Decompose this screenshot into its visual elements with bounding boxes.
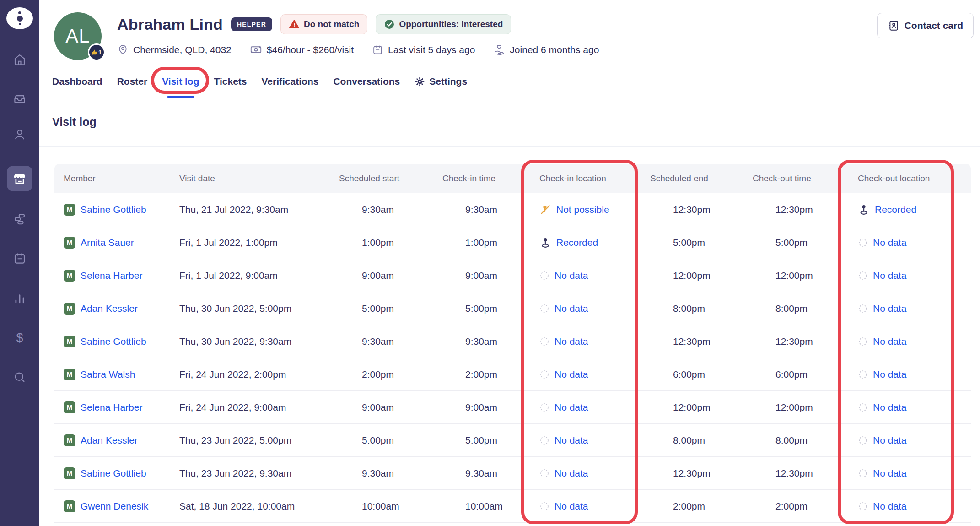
tab-roster[interactable]: Roster — [117, 66, 148, 97]
col-header-check-out-location: Check-out location — [849, 174, 971, 184]
sidebar-item-people[interactable] — [7, 122, 32, 147]
member-link[interactable]: Sabra Walsh — [81, 369, 135, 380]
tab-conversations[interactable]: Conversations — [333, 66, 400, 97]
check-out-location-link[interactable]: No data — [873, 369, 907, 380]
contact-card-button[interactable]: Contact card — [877, 13, 974, 38]
member-link[interactable]: Selena Harber — [81, 270, 142, 281]
check-out-location-link[interactable]: No data — [873, 270, 907, 281]
member-cell: M Selena Harber — [54, 270, 170, 282]
check-in-location-link[interactable]: No data — [555, 468, 588, 479]
check-in-location-link[interactable]: No data — [555, 303, 588, 314]
tab-label: Settings — [429, 76, 467, 87]
table-header-row: Member Visit date Scheduled start Check-… — [54, 164, 971, 193]
check-out-time-cell: 12:30pm — [743, 204, 849, 215]
table-row: M Selena Harber Fri, 1 Jul 2022, 9:00am … — [54, 259, 971, 292]
member-cell: M Sabra Walsh — [54, 369, 170, 380]
check-in-location-link[interactable]: No data — [555, 369, 588, 380]
check-out-location-link[interactable]: No data — [873, 336, 907, 347]
storefront-icon — [13, 172, 27, 185]
visit-date-cell: Sat, 18 Jun 2022, 10:00am — [170, 501, 330, 512]
member-type-badge: M — [64, 336, 75, 347]
member-link[interactable]: Sabine Gottlieb — [81, 468, 146, 479]
check-in-location-link[interactable]: No data — [555, 402, 588, 413]
check-out-location-link[interactable]: Recorded — [875, 204, 916, 215]
check-in-location-cell: No data — [530, 435, 641, 446]
check-out-location-cell: No data — [849, 468, 971, 479]
member-link[interactable]: Arnita Sauer — [81, 237, 134, 248]
visit-date-cell: Thu, 30 Jun 2022, 9:30am — [170, 336, 330, 347]
check-out-location-link[interactable]: No data — [873, 237, 907, 248]
calendar-icon — [13, 251, 27, 265]
calendar-icon — [372, 44, 383, 55]
sidebar-item-store[interactable] — [7, 166, 32, 191]
col-header-member: Member — [54, 174, 170, 184]
scheduled-start-cell: 2:00pm — [330, 369, 433, 380]
location-no-data-dashed-circle-icon — [858, 304, 868, 314]
visit-log-table: Member Visit date Scheduled start Check-… — [54, 164, 971, 523]
profile-header: AL 1 Abraham Lind HELPER Do not match Op… — [39, 0, 980, 66]
scheduled-start-cell: 9:00am — [330, 270, 433, 281]
member-link[interactable]: Sabine Gottlieb — [81, 204, 146, 215]
member-link[interactable]: Sabine Gottlieb — [81, 336, 146, 347]
visit-date-cell: Fri, 1 Jul 2022, 9:00am — [170, 270, 330, 281]
check-out-location-link[interactable]: No data — [873, 468, 907, 479]
visit-date-cell: Thu, 23 Jun 2022, 5:00pm — [170, 435, 330, 446]
sidebar-item-payments[interactable]: $ — [7, 325, 32, 351]
table-row: M Sabine Gottlieb Thu, 21 Jul 2022, 9:30… — [54, 193, 971, 226]
location-info: Chermside, QLD, 4032 — [117, 44, 232, 55]
sidebar-item-search[interactable] — [7, 364, 32, 390]
member-link[interactable]: Gwenn Denesik — [81, 501, 148, 512]
location-text: Chermside, QLD, 4032 — [133, 44, 232, 55]
check-in-location-cell: No data — [530, 501, 641, 512]
app-logo[interactable] — [6, 7, 33, 29]
scheduled-end-cell: 2:00pm — [641, 501, 743, 512]
scheduled-end-cell: 12:00pm — [641, 270, 743, 281]
table-body: M Sabine Gottlieb Thu, 21 Jul 2022, 9:30… — [54, 193, 971, 523]
location-recorded-pin-icon — [539, 237, 551, 249]
check-out-time-cell: 12:30pm — [743, 468, 849, 479]
check-out-location-link[interactable]: No data — [873, 402, 907, 413]
check-in-location-cell: No data — [530, 402, 641, 413]
sidebar-item-inbox[interactable] — [7, 86, 32, 112]
avatar[interactable]: AL 1 — [54, 12, 102, 60]
scheduled-end-cell: 12:30pm — [641, 336, 743, 347]
check-out-location-link[interactable]: No data — [873, 435, 907, 446]
tab-visit-log[interactable]: Visit log — [162, 66, 199, 97]
sidebar-item-reports[interactable] — [7, 286, 32, 311]
rate-text: $46/hour - $260/visit — [267, 44, 354, 55]
contact-card-icon — [888, 20, 899, 32]
scheduled-start-cell: 10:00am — [330, 501, 433, 512]
scheduled-end-cell: 12:30pm — [641, 204, 743, 215]
visit-date-cell: Fri, 24 Jun 2022, 9:00am — [170, 402, 330, 413]
check-out-location-link[interactable]: No data — [873, 303, 907, 314]
gear-icon — [415, 76, 425, 87]
check-in-location-link[interactable]: No data — [555, 435, 588, 446]
sidebar-item-home[interactable] — [7, 47, 32, 72]
member-link[interactable]: Selena Harber — [81, 402, 142, 413]
tab-label: Verifications — [262, 76, 319, 87]
check-in-location-link[interactable]: Recorded — [556, 237, 598, 248]
col-header-check-out-time: Check-out time — [743, 174, 849, 184]
check-in-location-link[interactable]: Not possible — [556, 204, 609, 215]
check-in-location-cell: No data — [530, 369, 641, 380]
check-out-time-cell: 8:00pm — [743, 435, 849, 446]
sidebar-item-calendar[interactable] — [7, 245, 32, 271]
check-in-location-link[interactable]: No data — [555, 501, 588, 512]
tab-dashboard[interactable]: Dashboard — [52, 66, 102, 97]
check-in-location-link[interactable]: No data — [555, 270, 588, 281]
table-row: M Sabine Gottlieb Thu, 30 Jun 2022, 9:30… — [54, 325, 971, 358]
member-link[interactable]: Adan Kessler — [81, 435, 138, 446]
tab-tickets[interactable]: Tickets — [214, 66, 247, 97]
member-cell: M Sabine Gottlieb — [54, 467, 170, 479]
visit-date-cell: Thu, 23 Jun 2022, 9:30am — [170, 468, 330, 479]
check-in-location-cell: No data — [530, 336, 641, 347]
check-out-time-cell: 5:00pm — [743, 237, 849, 248]
member-cell: M Arnita Sauer — [54, 237, 170, 249]
member-link[interactable]: Adan Kessler — [81, 303, 138, 314]
member-type-badge: M — [64, 500, 75, 512]
sidebar-item-pipeline[interactable] — [7, 206, 32, 232]
tab-verifications[interactable]: Verifications — [262, 66, 319, 97]
check-out-location-link[interactable]: No data — [873, 501, 907, 512]
check-in-location-link[interactable]: No data — [555, 336, 588, 347]
tab-settings[interactable]: Settings — [415, 66, 467, 97]
